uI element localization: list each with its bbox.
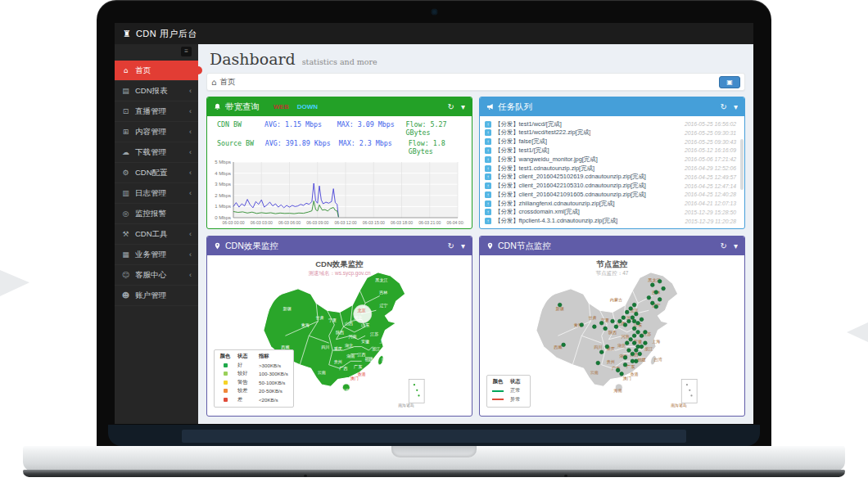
task-text: 【分发】client_20160422105310.cdnautounzip.z…: [495, 182, 646, 190]
sidebar-toggle-button[interactable]: ≡: [181, 47, 192, 56]
task-timestamp: 2016-04-25 12:40:28: [685, 191, 736, 197]
task-timestamp: 2016-05-25 09:30:31: [685, 130, 736, 136]
sidebar: ≡ ⌂首页▤CDN报表‹⊡直播管理‹⊞内容管理‹☁下载管理‹⚙CDN配置‹▥日志…: [115, 44, 198, 424]
svg-text:06-03 06:00: 06-03 06:00: [278, 220, 301, 225]
task-row[interactable]: ↑【分发】false[完成]2016-05-25 09:30:43: [485, 138, 736, 146]
task-text: 【分发】wangweidu_monitor.jpg[完成]: [495, 155, 598, 164]
hinge-slot: [182, 430, 686, 443]
bandwidth-panel-title: 带宽查询: [225, 101, 260, 113]
legend-range: 20-50KB/s: [259, 388, 283, 394]
sidebar-item-8[interactable]: ⚒CDN工具‹: [115, 224, 198, 245]
task-row[interactable]: ↑【分发】test1/wcd/[完成]2016-05-25 16:56:02: [485, 120, 736, 128]
task-row[interactable]: ↑【分发】test1.cdnautounzip.zip[完成]2016-04-2…: [485, 164, 736, 172]
task-timestamp: 2015-12-29 15:28:50: [685, 209, 736, 215]
tab-web[interactable]: WEB: [274, 103, 289, 110]
node-map-legend: 颜色状态正常异常: [486, 375, 531, 408]
upload-icon: ↑: [485, 209, 491, 215]
sidebar-item-0[interactable]: ⌂首页: [115, 61, 198, 81]
layout-widget-button[interactable]: ▣: [719, 76, 740, 88]
legend-header-cell: 状态: [237, 353, 252, 360]
legend-row: 正常: [492, 387, 525, 394]
map-marker-icon: [214, 242, 221, 250]
sidebar-item-11[interactable]: ☻账户管理: [115, 286, 198, 306]
legend-header: 颜色状态: [492, 378, 525, 385]
svg-text:台湾: 台湾: [653, 357, 662, 363]
task-row[interactable]: ↑【分发】test1/wcd/test222.zip[完成]2016-05-25…: [485, 129, 736, 137]
sidebar-item-label: 日志管理: [135, 188, 166, 199]
node-map-title: CDN节点监控: [498, 241, 551, 252]
laptop-hinge: [108, 425, 760, 446]
stat-name: CDN BW: [217, 120, 264, 137]
sidebar-item-9[interactable]: ▦业务管理‹: [115, 245, 198, 265]
legend-status: 差: [237, 396, 252, 403]
svg-text:广东: 广东: [626, 364, 635, 369]
sidebar-item-7[interactable]: ◎监控报警: [115, 204, 198, 224]
svg-text:广西: 广西: [339, 366, 347, 371]
refresh-icon[interactable]: ↻: [448, 103, 454, 111]
upload-icon: ↑: [485, 200, 491, 207]
svg-text:06-03 03:00: 06-03 03:00: [251, 220, 273, 225]
sidebar-item-10[interactable]: ☺客服中心‹: [115, 265, 198, 286]
legend-swatch-cell: [219, 381, 231, 385]
refresh-icon[interactable]: ↻: [721, 103, 727, 111]
svg-text:甘肃: 甘肃: [588, 315, 596, 320]
task-row[interactable]: ↑【分发】zhiliangfenxi.cdnautounzip.zip[完成]2…: [485, 200, 736, 207]
scrollbar-thumb[interactable]: [740, 139, 744, 190]
task-row[interactable]: ↑【分发】wangweidu_monitor.jpg[完成]2016-05-06…: [485, 155, 736, 163]
task-row[interactable]: ↑【分发】crossdomain.xml[完成]2015-12-29 15:28…: [485, 209, 736, 216]
refresh-icon[interactable]: ↻: [448, 242, 454, 250]
dashboard-grid: 带宽查询 WEB DOWN ↻ ▾ CDN BWAVG: 1.: [206, 97, 745, 417]
task-list: ↑【分发】test1/wcd/[完成]2016-05-25 16:56:02↑【…: [480, 116, 744, 225]
collapse-icon[interactable]: ▾: [461, 103, 465, 111]
sidebar-menu: ⌂首页▤CDN报表‹⊡直播管理‹⊞内容管理‹☁下载管理‹⚙CDN配置‹▥日志管理…: [115, 61, 198, 306]
task-row[interactable]: ↑【分发】client_20160421091605.cdnautounzip.…: [485, 191, 736, 198]
refresh-icon[interactable]: ↻: [721, 242, 727, 250]
upload-icon: ↑: [485, 218, 491, 224]
sidebar-item-label: 下载管理: [135, 147, 166, 158]
svg-text:湖北: 湖北: [617, 343, 625, 349]
sidebar-item-1[interactable]: ▤CDN报表‹: [115, 81, 198, 101]
sidebar-item-2[interactable]: ⊡直播管理‹: [115, 101, 198, 122]
collapse-icon[interactable]: ▾: [461, 242, 465, 250]
svg-text:5 Mbps: 5 Mbps: [215, 160, 231, 164]
legend-swatch: [492, 399, 504, 400]
task-row[interactable]: ↑【分发】ftpclient-4.3.1.cdnautounzip.zip[完成…: [485, 218, 736, 225]
svg-text:3 Mbps: 3 Mbps: [215, 182, 231, 187]
tab-down[interactable]: DOWN: [297, 103, 318, 110]
sidebar-item-5[interactable]: ⚙CDN配置‹: [115, 163, 198, 183]
svg-text:西藏: 西藏: [281, 345, 289, 349]
effect-map-title: CDN效果监控: [225, 241, 278, 252]
legend-status: 正常: [510, 387, 525, 394]
legend-row: 异常: [492, 396, 525, 403]
stat-avg: AVG: 391.89 Kbps: [265, 139, 339, 155]
task-queue-panel: 任务队列 ↻ ▾ ↑【分发】test1/wcd/[完成]2016-05-25 1…: [479, 97, 745, 229]
sidebar-item-4[interactable]: ☁下载管理‹: [115, 142, 198, 163]
legend-swatch-cell: [219, 363, 231, 367]
collapse-icon[interactable]: ▾: [734, 242, 738, 250]
legend-row: 警告50-100KB/s: [219, 379, 288, 386]
svg-text:辽宁: 辽宁: [379, 303, 387, 308]
account-icon: ☻: [121, 291, 130, 300]
breadcrumb-home[interactable]: ⌂ 首页: [211, 77, 235, 88]
svg-text:黑龙江: 黑龙江: [375, 277, 387, 283]
svg-text:4 Mbps: 4 Mbps: [215, 171, 231, 176]
active-item-marker: [194, 66, 202, 74]
legend-status: 较差: [237, 387, 252, 394]
task-timestamp: 2016-04-25 12:49:57: [685, 174, 736, 180]
svg-text:浙江: 浙江: [372, 346, 380, 352]
svg-text:台湾: 台湾: [381, 357, 390, 363]
sidebar-item-3[interactable]: ⊞内容管理‹: [115, 122, 198, 142]
task-row[interactable]: ↑【分发】client_20160422105310.cdnautounzip.…: [485, 182, 736, 189]
bandwidth-panel-header: 带宽查询 WEB DOWN ↻ ▾: [207, 97, 472, 116]
task-row[interactable]: ↑【分发】test1/[完成]2016-05-12 16:16:09: [485, 146, 736, 154]
stat-avg: AVG: 1.15 Mbps: [264, 120, 337, 137]
legend-swatch: [224, 398, 228, 402]
legend-range: >300KB/s: [259, 363, 281, 368]
sidebar-item-6[interactable]: ▥日志管理‹: [115, 183, 198, 204]
svg-text:广东: 广东: [354, 364, 362, 369]
svg-text:06-03 12:00: 06-03 12:00: [334, 220, 356, 225]
svg-text:安徽: 安徽: [360, 339, 368, 345]
lid-notch: [391, 446, 477, 457]
collapse-icon[interactable]: ▾: [734, 103, 738, 111]
task-row[interactable]: ↑【分发】client_20160425102619.cdnautounzip.…: [485, 173, 736, 181]
